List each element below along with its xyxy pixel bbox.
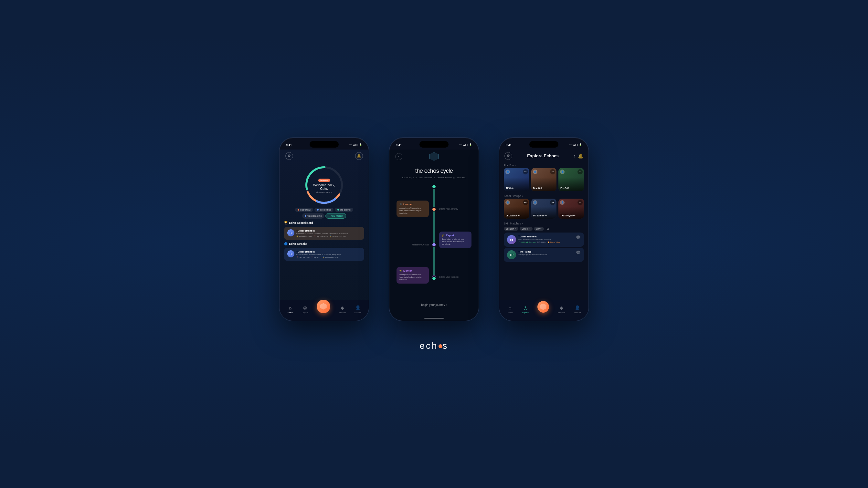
nav-account-label: Account bbox=[354, 312, 361, 314]
phone3-content: ⚙ Explore Echoes ↑ 🔔 For You › 👤 ••• AP … bbox=[499, 150, 588, 321]
txst-avatar: 👤 bbox=[560, 200, 564, 205]
score-card[interactable]: TB Turner Branset mastered 5 skills in 3… bbox=[284, 227, 364, 240]
bottom-nav-3: ⌂ Home ◎ Explore ◆ Interests 👤 bbox=[499, 300, 588, 321]
skill-card-tim[interactable]: TP Tim Palmo Swing Expert & Professional… bbox=[504, 248, 584, 262]
status-icons-3: ▪▪▪ WiFi 🔋 bbox=[569, 143, 582, 146]
streak-avatar: TB bbox=[287, 250, 294, 257]
streak-card[interactable]: TB Turner Branset hasn't missed an echo … bbox=[284, 248, 364, 261]
tag-disc-golfing[interactable]: disc golfing bbox=[314, 208, 334, 212]
status-icons-1: ▪▪▪ WiFi 🔋 bbox=[349, 143, 362, 146]
view-overview[interactable]: view overview > bbox=[313, 191, 335, 193]
card-disc-golf-label: Disc Golf bbox=[533, 187, 542, 189]
streak-name: Turner Branset bbox=[296, 250, 361, 253]
meta-rate: $45,000/hr bbox=[537, 241, 546, 243]
nav-explore[interactable]: ◎ Explore bbox=[302, 304, 308, 314]
streak-desc: hasn't missed an echo check in 20 times,… bbox=[296, 254, 361, 256]
explore-page-title: Explore Echoes bbox=[527, 154, 559, 158]
card-lt-calc[interactable]: 👤 ••• LT Calculus ••• bbox=[504, 199, 529, 219]
master-craft-label: Master your craft. bbox=[404, 243, 430, 246]
card-pro-golf[interactable]: 👤 ••• Pro Golf bbox=[558, 168, 584, 191]
settings-icon-3[interactable]: ⚙ bbox=[504, 152, 512, 160]
nav-fab-1[interactable] bbox=[317, 305, 330, 313]
timeline-card-mentor: 🎓Mentor description of interest one here… bbox=[397, 267, 429, 284]
bell-icon-3[interactable]: 🔔 bbox=[578, 154, 583, 159]
nav-home-3[interactable]: ⌂ Home bbox=[507, 304, 513, 314]
turner-avatar: TB bbox=[507, 235, 516, 244]
bottom-nav-1: ⌂ Home ◎ Explore ◆ Interests 👤 bbox=[280, 300, 369, 321]
for-you-label[interactable]: For You › bbox=[499, 162, 588, 168]
card-disc-golf[interactable]: 👤 ••• Disc Golf bbox=[531, 168, 557, 191]
filter-school[interactable]: School × bbox=[520, 227, 533, 231]
hex-icon-fab-3 bbox=[540, 303, 547, 310]
score-avatar: TB bbox=[287, 229, 294, 236]
fab-3[interactable] bbox=[537, 301, 549, 313]
msg-icon-turner[interactable]: 💬 bbox=[576, 235, 581, 240]
tag-wakeboarding[interactable]: wakeboarding bbox=[302, 213, 324, 219]
tim-avatar: TP bbox=[507, 250, 516, 259]
filter-icon[interactable]: ⚙ bbox=[547, 227, 549, 231]
fab-1[interactable] bbox=[317, 300, 330, 313]
learner-card-desc: description of interest one here, detail… bbox=[399, 207, 426, 215]
msg-icon-tim[interactable]: 💬 bbox=[576, 250, 581, 255]
lt-calc-menu[interactable]: ••• bbox=[523, 200, 528, 205]
app-logo: echs bbox=[420, 341, 448, 351]
streak-badges: 📍 34 Check Ins 📍 Top Acc... 🥇 First Mont… bbox=[296, 256, 361, 258]
tag-basketball[interactable]: basketball bbox=[295, 208, 313, 212]
tim-desc: Swing Expert & Professional Golf bbox=[518, 254, 574, 256]
filter-location[interactable]: Location × bbox=[504, 227, 518, 231]
status-icons-2: ▪▪▪ WiFi 🔋 bbox=[459, 143, 472, 146]
skill-matches-label[interactable]: Skill Matches › bbox=[499, 221, 588, 226]
card-txst-psych[interactable]: 👤 ••• TXST Psych ••• bbox=[558, 199, 584, 219]
ut-sci-menu[interactable]: ••• bbox=[550, 200, 555, 205]
card-ut-science[interactable]: 👤 ••• UT Science ••• bbox=[531, 199, 557, 219]
upload-icon[interactable]: ↑ bbox=[574, 154, 576, 159]
badge-top-month: 📍 Top This Month bbox=[314, 235, 329, 237]
tim-name: Tim Palmo bbox=[518, 250, 574, 253]
account-icon-3: 👤 bbox=[574, 304, 581, 311]
card-ap-calc[interactable]: 👤 ••• AP Calc bbox=[504, 168, 529, 191]
nav-fab-3[interactable] bbox=[537, 305, 549, 313]
txst-menu[interactable]: ••• bbox=[578, 200, 583, 205]
ring-container: learner Welcome back, Cole. view overvie… bbox=[280, 164, 369, 206]
skill-card-turner[interactable]: TB Turner Branset AP Calculus Expert & A… bbox=[504, 232, 584, 247]
phone-cycle: 9:41 ▪▪▪ WiFi 🔋 ‹ the echos cycle foster… bbox=[389, 137, 479, 321]
back-button[interactable]: ‹ bbox=[395, 153, 402, 160]
timeline-node-expert bbox=[432, 242, 436, 247]
nav-explore-3[interactable]: ◎ Explore bbox=[522, 304, 528, 314]
mentor-card-title: 🎓Mentor bbox=[399, 269, 426, 272]
nav-home-label-3: Home bbox=[507, 312, 513, 314]
hex-icon-fab-1 bbox=[320, 303, 327, 310]
filter-city[interactable]: City × bbox=[534, 227, 544, 231]
filter-row: Location × School × City × ⚙ bbox=[499, 226, 588, 232]
local-groups-label[interactable]: Local Groups › bbox=[499, 193, 588, 199]
settings-icon[interactable]: ⚙ bbox=[285, 152, 293, 160]
timeline-node-top bbox=[432, 185, 436, 189]
streak-badge-1: 📍 34 Check Ins bbox=[296, 256, 310, 258]
mentor-card-desc: description of interest one here, detail… bbox=[399, 273, 426, 281]
nav-interests-label: Interests bbox=[339, 312, 346, 314]
status-time-1: 9:41 bbox=[286, 143, 292, 147]
tag-pro-golfing[interactable]: pro golfing bbox=[335, 208, 353, 212]
cycle-subtitle: fostering a circular learning experience… bbox=[390, 176, 478, 183]
begin-cta[interactable]: begin your journey › bbox=[390, 299, 478, 310]
phone1-content: ⚙ 🔔 learner Welcome b bbox=[280, 150, 369, 321]
nav-home[interactable]: ⌂ Home bbox=[287, 304, 293, 314]
nav-interests-3[interactable]: ◆ Interests bbox=[558, 304, 565, 314]
cycle-title: the echos cycle bbox=[390, 164, 478, 176]
phone3-topbar: ⚙ Explore Echoes ↑ 🔔 bbox=[499, 150, 588, 162]
turner-info: Turner Branset AP Calculus Expert & Adva… bbox=[518, 235, 574, 243]
topbar-actions: ↑ 🔔 bbox=[574, 154, 583, 159]
phones-row: 9:41 ▪▪▪ WiFi 🔋 ⚙ 🔔 bbox=[279, 137, 589, 321]
ut-sci-label: UT Science ••• bbox=[533, 215, 548, 217]
turner-desc: AP Calculus Expert & Advanced Math bbox=[518, 238, 574, 240]
timeline-card-learner: 🎓Learner description of interest one her… bbox=[397, 201, 429, 217]
bell-icon[interactable]: 🔔 bbox=[355, 152, 363, 160]
nav-account-3[interactable]: 👤 Account bbox=[574, 304, 581, 314]
logo-container: echs bbox=[420, 341, 448, 351]
badge-gold: 🥇 First Month Gold bbox=[330, 235, 345, 237]
nav-interests[interactable]: ◆ Interests bbox=[339, 304, 346, 314]
scoreboard-title: 🏆 Echo Scoreboard bbox=[280, 220, 369, 226]
phone-home: 9:41 ▪▪▪ WiFi 🔋 ⚙ 🔔 bbox=[279, 137, 369, 321]
tag-new-interest[interactable]: + new interest bbox=[326, 213, 346, 219]
nav-account[interactable]: 👤 Account bbox=[354, 304, 361, 314]
